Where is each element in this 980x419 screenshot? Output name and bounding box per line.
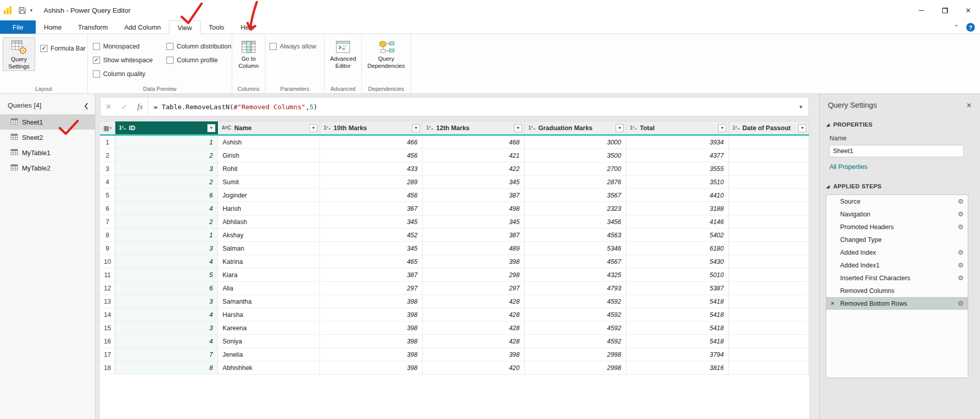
cell[interactable]: 387 xyxy=(423,229,525,242)
number-type-icon[interactable]: 1²₃ xyxy=(630,125,637,131)
cell[interactable]: 5418 xyxy=(626,295,729,308)
cell[interactable]: 1 xyxy=(115,136,218,149)
cell[interactable]: 433 xyxy=(320,162,423,176)
query-item-mytable1[interactable]: MyTable1 xyxy=(0,145,95,160)
row-number[interactable]: 6 xyxy=(100,202,115,215)
cell[interactable]: 6 xyxy=(115,282,218,295)
cell[interactable]: 2998 xyxy=(525,361,626,375)
cell[interactable]: 345 xyxy=(423,215,525,229)
step-settings-gear-icon[interactable]: ⚙ xyxy=(958,210,964,218)
cell[interactable]: 1 xyxy=(115,229,218,242)
cell[interactable]: 2323 xyxy=(525,202,626,215)
query-item-sheet1[interactable]: Sheet1 xyxy=(0,114,95,130)
cell[interactable]: Ashish xyxy=(218,136,320,149)
row-number[interactable]: 16 xyxy=(100,335,115,348)
quick-access-dropdown-icon[interactable]: ▾ xyxy=(30,8,33,13)
cell[interactable]: 428 xyxy=(423,308,525,322)
cell[interactable]: 4 xyxy=(115,202,218,215)
cell[interactable]: 8 xyxy=(115,361,218,375)
applied-steps-section-header[interactable]: ◢ APPLIED STEPS xyxy=(826,183,980,189)
row-number[interactable]: 9 xyxy=(100,242,115,255)
cell[interactable]: Jenelia xyxy=(218,348,320,361)
cell[interactable]: 428 xyxy=(423,335,525,348)
cell[interactable]: 3 xyxy=(115,162,218,176)
step-settings-gear-icon[interactable]: ⚙ xyxy=(958,300,964,307)
applied-step-added-index1[interactable]: Added Index1⚙ xyxy=(826,259,968,272)
cell[interactable] xyxy=(729,361,809,375)
query-name-input[interactable] xyxy=(829,145,964,157)
cell[interactable]: Akshay xyxy=(218,229,320,242)
cell[interactable]: 5402 xyxy=(626,229,729,242)
number-type-icon[interactable]: 1²₃ xyxy=(528,125,535,131)
number-type-icon[interactable]: 1²₃ xyxy=(732,125,740,131)
cell[interactable]: 289 xyxy=(320,176,423,189)
number-type-icon[interactable]: 1²₃ xyxy=(119,125,126,131)
applied-step-navigation[interactable]: Navigation⚙ xyxy=(826,208,968,220)
cell[interactable]: 5010 xyxy=(626,268,729,282)
go-to-column-button[interactable]: Go to Column xyxy=(232,37,265,70)
cell[interactable]: 5430 xyxy=(626,255,729,268)
cell[interactable]: Sumit xyxy=(218,176,320,189)
cell[interactable]: 2700 xyxy=(525,162,626,176)
properties-section-header[interactable]: ◢ PROPERTIES xyxy=(826,121,980,128)
cell[interactable]: 3000 xyxy=(525,136,626,149)
tab-view[interactable]: View xyxy=(169,20,201,34)
cell[interactable]: 4592 xyxy=(525,335,626,348)
cell[interactable]: Harsha xyxy=(218,308,320,322)
cell[interactable]: 5346 xyxy=(525,242,626,255)
cell[interactable]: Samantha xyxy=(218,295,320,308)
cell[interactable]: Alia xyxy=(218,282,320,295)
row-number[interactable]: 1 xyxy=(100,136,115,149)
cell[interactable] xyxy=(729,215,809,229)
query-item-mytable2[interactable]: MyTable2 xyxy=(0,160,95,176)
row-number[interactable]: 2 xyxy=(100,149,115,162)
cell[interactable]: 2 xyxy=(115,215,218,229)
cell[interactable]: 297 xyxy=(423,282,525,295)
column-header-id[interactable]: 1²₃ID▾ xyxy=(115,121,218,134)
query-dependencies-button[interactable]: Query Dependencies xyxy=(364,37,408,70)
cell[interactable]: 468 xyxy=(423,136,525,149)
number-type-icon[interactable]: 1²₃ xyxy=(426,125,433,131)
cell[interactable]: Salman xyxy=(218,242,320,255)
cell[interactable]: Abhilash xyxy=(218,215,320,229)
cell[interactable]: 3500 xyxy=(525,149,626,162)
cell[interactable]: 3456 xyxy=(525,215,626,229)
row-number[interactable]: 7 xyxy=(100,215,115,229)
cell[interactable]: 3567 xyxy=(525,189,626,202)
cell[interactable]: 4592 xyxy=(525,295,626,308)
cell[interactable]: Kareena xyxy=(218,322,320,335)
filter-dropdown-icon[interactable]: ▾ xyxy=(616,124,624,132)
cell[interactable]: 4592 xyxy=(525,308,626,322)
text-type-icon[interactable]: AᴮC xyxy=(222,125,231,131)
cell[interactable]: 2 xyxy=(115,176,218,189)
cell[interactable]: 428 xyxy=(423,322,525,335)
checkbox-column-quality[interactable]: Column quality xyxy=(93,68,153,80)
minimize-button[interactable] xyxy=(910,0,933,20)
cell[interactable]: Abhishhek xyxy=(218,361,320,375)
cell[interactable]: 398 xyxy=(320,348,423,361)
applied-step-inserted-first-characters[interactable]: Inserted First Characters⚙ xyxy=(826,272,968,284)
checkbox-always-allow[interactable]: Always allow xyxy=(270,40,324,52)
cell[interactable]: 4410 xyxy=(626,189,729,202)
row-number[interactable]: 18 xyxy=(100,361,115,375)
query-settings-button[interactable]: Query Settings xyxy=(3,37,35,71)
number-type-icon[interactable]: 1²₃ xyxy=(324,125,331,131)
row-number[interactable]: 13 xyxy=(100,295,115,308)
cell[interactable]: 5 xyxy=(115,268,218,282)
applied-step-promoted-headers[interactable]: Promoted Headers⚙ xyxy=(826,220,968,233)
cell[interactable] xyxy=(729,335,809,348)
cell[interactable]: 4563 xyxy=(525,229,626,242)
row-number[interactable]: 17 xyxy=(100,348,115,361)
cell[interactable]: 3555 xyxy=(626,162,729,176)
applied-step-changed-type[interactable]: Changed Type xyxy=(826,233,968,246)
filter-dropdown-icon[interactable]: ▾ xyxy=(798,124,806,132)
table-menu-button[interactable]: ▦ ▾ xyxy=(100,121,115,134)
cell[interactable]: 465 xyxy=(320,255,423,268)
checkbox-formula-bar[interactable]: ✓Formula Bar xyxy=(40,42,86,54)
collapse-ribbon-icon[interactable]: ⌃ xyxy=(953,23,959,31)
column-header-12th-marks[interactable]: 1²₃12th Marks▾ xyxy=(423,121,525,134)
cell[interactable] xyxy=(729,189,809,202)
step-settings-gear-icon[interactable]: ⚙ xyxy=(958,261,964,269)
cell[interactable] xyxy=(729,136,809,149)
cell[interactable] xyxy=(729,242,809,255)
